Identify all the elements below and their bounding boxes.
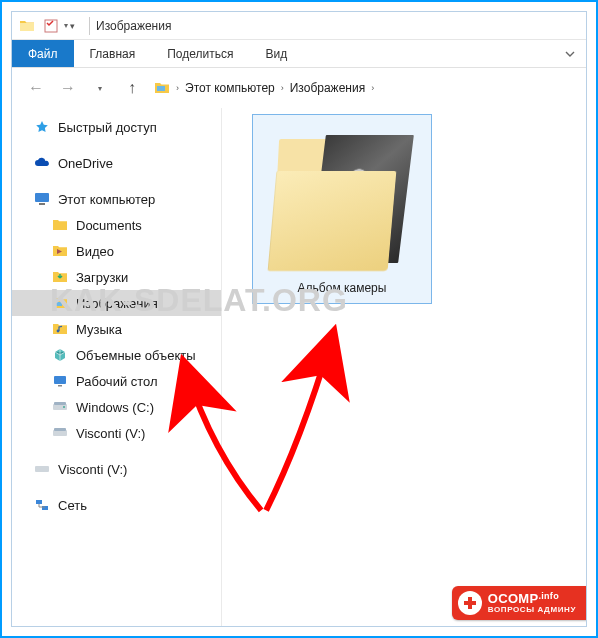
folder-downloads-icon	[52, 269, 68, 285]
computer-icon	[34, 191, 50, 207]
breadcrumb-label: Изображения	[290, 81, 365, 95]
sidebar-item-label: OneDrive	[58, 156, 113, 171]
badge-subtitle: ВОПРОСЫ АДМИНУ	[488, 606, 576, 614]
back-button[interactable]: ←	[22, 74, 50, 102]
sidebar-item-label: Documents	[76, 218, 142, 233]
sidebar-item-label: Сеть	[58, 498, 87, 513]
sidebar-item-label: Объемные объекты	[76, 348, 196, 363]
quick-access-toolbar: ▾ ▾	[16, 15, 75, 37]
folder-music-icon	[52, 321, 68, 337]
breadcrumb-label: Этот компьютер	[185, 81, 275, 95]
tab-home[interactable]: Главная	[74, 40, 152, 67]
sidebar-item-drive-v[interactable]: Visconti (V:)	[12, 420, 221, 446]
sidebar-item-label: Windows (C:)	[76, 400, 154, 415]
sidebar-item-this-pc[interactable]: Этот компьютер	[12, 186, 221, 212]
svg-point-10	[63, 406, 65, 408]
sidebar-item-label: Видео	[76, 244, 114, 259]
svg-rect-12	[54, 428, 66, 431]
sidebar-item-3d-objects[interactable]: Объемные объекты	[12, 342, 221, 368]
sidebar-item-label: Быстрый доступ	[58, 120, 157, 135]
drive-icon	[52, 399, 68, 415]
sidebar-item-label: Этот компьютер	[58, 192, 155, 207]
sidebar-item-documents[interactable]: Documents	[12, 212, 221, 238]
svg-rect-6	[54, 376, 66, 384]
breadcrumb-item[interactable]: Этот компьютер	[185, 81, 275, 95]
content-pane[interactable]: Альбом камеры	[222, 108, 586, 626]
properties-icon[interactable]	[40, 15, 62, 37]
svg-rect-0	[45, 20, 57, 32]
sidebar-item-desktop[interactable]: Рабочий стол	[12, 368, 221, 394]
breadcrumb-item[interactable]: Изображения	[290, 81, 365, 95]
svg-rect-3	[39, 203, 45, 205]
ribbon-expand-icon[interactable]	[554, 40, 586, 67]
sidebar-item-drive-c[interactable]: Windows (C:)	[12, 394, 221, 420]
chevron-right-icon[interactable]: ›	[371, 83, 374, 93]
ribbon-tabs: Файл Главная Поделиться Вид	[12, 40, 586, 68]
up-button[interactable]: ↑	[118, 74, 146, 102]
sidebar-item-removable-drive[interactable]: Visconti (V:)	[12, 456, 221, 482]
navigation-bar: ← → ▾ ↑ › Этот компьютер › Изображения ›	[12, 68, 586, 108]
navigation-pane: Быстрый доступ OneDrive Этот компьютер D…	[12, 108, 222, 626]
sidebar-item-pictures[interactable]: Изображения	[12, 290, 221, 316]
tab-share[interactable]: Поделиться	[151, 40, 249, 67]
folder-video-icon	[52, 243, 68, 259]
cube-icon	[52, 347, 68, 363]
folder-label: Альбом камеры	[263, 281, 421, 295]
sidebar-item-label: Visconti (V:)	[58, 462, 127, 477]
forward-button[interactable]: →	[54, 74, 82, 102]
sidebar-item-network[interactable]: Сеть	[12, 492, 221, 518]
star-icon	[34, 119, 50, 135]
sidebar-item-label: Музыка	[76, 322, 122, 337]
sidebar-item-quick-access[interactable]: Быстрый доступ	[12, 114, 221, 140]
sidebar-item-downloads[interactable]: Загрузки	[12, 264, 221, 290]
svg-rect-14	[36, 500, 42, 504]
recent-dropdown-icon[interactable]: ▾	[86, 74, 114, 102]
chevron-right-icon[interactable]: ›	[281, 83, 284, 93]
badge-brand: OCOMP	[488, 591, 539, 606]
plus-icon	[458, 591, 482, 615]
svg-rect-2	[35, 193, 49, 202]
separator	[89, 17, 90, 35]
qat-customize-icon[interactable]: ▾	[70, 21, 75, 31]
folder-thumbnail	[272, 131, 412, 271]
tab-file[interactable]: Файл	[12, 40, 74, 67]
sidebar-item-label: Visconti (V:)	[76, 426, 145, 441]
sidebar-item-onedrive[interactable]: OneDrive	[12, 150, 221, 176]
sidebar-item-label: Изображения	[76, 296, 158, 311]
window-title: Изображения	[96, 19, 171, 33]
sidebar-item-music[interactable]: Музыка	[12, 316, 221, 342]
desktop-icon	[52, 373, 68, 389]
tab-view[interactable]: Вид	[249, 40, 303, 67]
drive-icon	[34, 461, 50, 477]
address-bar[interactable]: › Этот компьютер › Изображения ›	[150, 75, 576, 101]
qat-dropdown-icon[interactable]: ▾	[64, 21, 68, 30]
folder-tile-camera-roll[interactable]: Альбом камеры	[252, 114, 432, 304]
sidebar-item-label: Загрузки	[76, 270, 128, 285]
svg-rect-7	[58, 385, 62, 387]
folder-app-icon[interactable]	[16, 15, 38, 37]
chevron-right-icon[interactable]: ›	[176, 83, 179, 93]
drive-icon	[52, 425, 68, 441]
cloud-icon	[34, 155, 50, 171]
svg-rect-4	[56, 302, 62, 306]
folder-pictures-icon	[52, 295, 68, 311]
sidebar-item-label: Рабочий стол	[76, 374, 158, 389]
network-icon	[34, 497, 50, 513]
svg-rect-13	[35, 466, 49, 472]
site-badge: OCOMP.info ВОПРОСЫ АДМИНУ	[452, 586, 587, 620]
svg-rect-1	[157, 86, 165, 91]
svg-rect-9	[54, 402, 66, 405]
folder-icon	[52, 217, 68, 233]
folder-pictures-icon	[154, 80, 170, 96]
title-bar: ▾ ▾ Изображения	[12, 12, 586, 40]
badge-tld: .info	[538, 591, 559, 601]
sidebar-item-videos[interactable]: Видео	[12, 238, 221, 264]
